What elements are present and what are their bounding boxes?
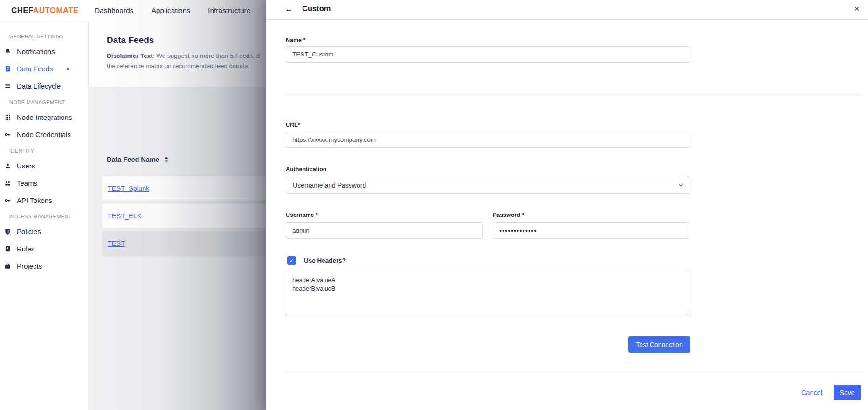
disclaimer-line1: : We suggest no more than 5 Feeds, d bbox=[153, 52, 260, 59]
sidebar-item-policies[interactable]: Policies bbox=[0, 223, 88, 240]
clipboard-icon bbox=[4, 65, 11, 72]
sidebar-item-api-tokens[interactable]: API Tokens bbox=[0, 192, 88, 209]
panel-title: Custom bbox=[302, 4, 331, 13]
authentication-select[interactable]: Username and Password bbox=[286, 177, 690, 194]
checkbox-checked-icon[interactable]: ✓ bbox=[287, 256, 296, 265]
sidebar-item-teams[interactable]: Teams bbox=[0, 174, 88, 192]
sidebar-item-node-credentials[interactable]: Node Credentials bbox=[0, 126, 88, 143]
logo-chef: CHEF bbox=[11, 6, 33, 15]
sidebar-section-general-settings: GENERAL SETTINGS bbox=[0, 29, 88, 43]
sidebar-item-roles[interactable]: Roles bbox=[0, 240, 88, 257]
nav-dashboards[interactable]: Dashboards bbox=[95, 7, 134, 15]
chevron-down-icon bbox=[678, 183, 683, 187]
use-headers-label: Use Headers? bbox=[304, 257, 346, 264]
feed-link-test-splunk[interactable]: TEST_Splunk bbox=[108, 185, 149, 192]
shield-icon bbox=[4, 228, 11, 235]
authentication-label: Authentication bbox=[286, 166, 327, 173]
users-icon bbox=[4, 180, 11, 187]
sidebar-item-data-lifecycle[interactable]: Data Lifecycle bbox=[0, 77, 88, 95]
sidebar-item-label: Notifications bbox=[17, 48, 55, 56]
back-arrow-icon[interactable]: ← bbox=[285, 4, 293, 15]
list-lines-icon bbox=[4, 83, 11, 90]
name-label: Name * bbox=[286, 37, 305, 43]
bell-icon bbox=[4, 48, 11, 55]
sidebar-item-users[interactable]: Users bbox=[0, 157, 88, 174]
nav-infrastructure[interactable]: Infrastructure bbox=[208, 7, 250, 15]
disclaimer-label: Disclaimer Text bbox=[107, 52, 153, 59]
cancel-button[interactable]: Cancel bbox=[801, 389, 822, 396]
password-field[interactable] bbox=[493, 222, 689, 239]
flyout-arrow-icon bbox=[67, 67, 70, 71]
url-field[interactable] bbox=[286, 132, 690, 148]
name-field[interactable] bbox=[286, 46, 690, 63]
headers-textarea[interactable]: headerA:valueA headerB:valueB bbox=[286, 271, 690, 317]
sidebar-item-label: Policies bbox=[17, 228, 41, 236]
logo-automate: AUTOMATE bbox=[33, 6, 79, 15]
key-icon bbox=[4, 197, 11, 204]
column-header-label: Data Feed Name bbox=[107, 156, 159, 163]
panel-header: ← Custom ✕ bbox=[266, 0, 868, 20]
custom-data-feed-panel: ← Custom ✕ Name * URL* Authentication Us… bbox=[266, 0, 868, 410]
table-column-header: Data Feed Name bbox=[107, 156, 168, 163]
sidebar-item-label: Projects bbox=[17, 262, 42, 270]
sort-arrows-icon[interactable] bbox=[165, 157, 168, 163]
use-headers-checkbox-row[interactable]: ✓ Use Headers? bbox=[287, 256, 346, 265]
nav-applications[interactable]: Applications bbox=[152, 7, 191, 15]
sidebar-item-label: Users bbox=[17, 162, 35, 170]
close-icon[interactable]: ✕ bbox=[854, 5, 860, 13]
footer-divider bbox=[286, 373, 862, 373]
password-label: Password * bbox=[493, 212, 524, 218]
user-icon bbox=[4, 162, 11, 169]
sidebar-item-data-feeds[interactable]: Data Feeds bbox=[0, 60, 88, 77]
disclaimer-line2: the reference matrix on recommended feed… bbox=[107, 63, 249, 69]
chef-automate-logo[interactable]: CHEFAUTOMATE bbox=[11, 6, 79, 15]
id-badge-icon bbox=[4, 245, 11, 252]
primary-nav: Dashboards Applications Infrastructure bbox=[95, 7, 250, 15]
panel-footer: Cancel Save bbox=[801, 385, 861, 400]
username-field[interactable] bbox=[286, 222, 483, 239]
feed-link-test-elk[interactable]: TEST_ELK bbox=[108, 212, 142, 220]
sidebar-item-label: Data Feeds bbox=[17, 65, 53, 73]
grid-dashes-icon bbox=[4, 114, 11, 121]
url-label: URL* bbox=[286, 122, 300, 128]
section-divider bbox=[286, 95, 862, 95]
sidebar-section-identity: IDENTITY bbox=[0, 143, 88, 157]
sidebar-item-notifications[interactable]: Notifications bbox=[0, 43, 88, 60]
sidebar-section-node-management: NODE MANAGEMENT bbox=[0, 95, 88, 109]
save-button[interactable]: Save bbox=[834, 385, 861, 400]
sidebar-item-label: Node Credentials bbox=[17, 131, 71, 139]
sidebar-item-label: API Tokens bbox=[17, 196, 52, 204]
sidebar-item-node-integrations[interactable]: Node Integrations bbox=[0, 109, 88, 126]
test-connection-button[interactable]: Test Connection bbox=[628, 336, 690, 353]
sidebar-item-label: Roles bbox=[17, 245, 34, 253]
key-icon bbox=[4, 131, 11, 138]
settings-sidebar: GENERAL SETTINGS Notifications Data Feed… bbox=[0, 21, 89, 410]
sidebar-item-projects[interactable]: Projects bbox=[0, 257, 88, 275]
sidebar-item-label: Node Integrations bbox=[17, 113, 72, 121]
sidebar-item-label: Data Lifecycle bbox=[17, 82, 61, 90]
sidebar-section-access-management: ACCESS MANAGEMENT bbox=[0, 209, 88, 223]
username-label: Username * bbox=[286, 212, 318, 218]
briefcase-icon bbox=[4, 263, 11, 270]
feed-link-test[interactable]: TEST bbox=[108, 240, 125, 247]
authentication-selected-value: Username and Password bbox=[293, 181, 366, 189]
chef-automate-app: CHEFAUTOMATE Dashboards Applications Inf… bbox=[0, 0, 868, 410]
sidebar-item-label: Teams bbox=[17, 179, 37, 187]
